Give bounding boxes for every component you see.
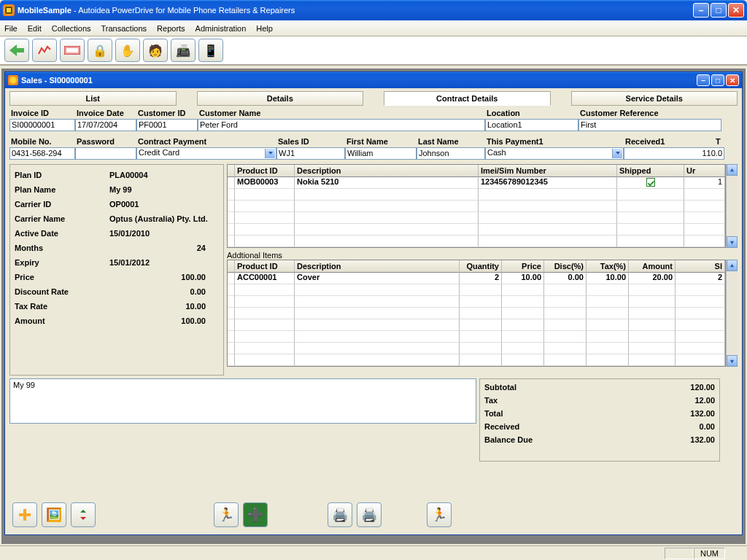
lbl-carrier-id: Carrier ID	[15, 200, 109, 209]
dd-this-payment[interactable]: Cash	[485, 147, 624, 160]
hdr-location: Location	[485, 107, 578, 119]
val-carrier-id: OP0001	[109, 200, 219, 209]
gh-imei: Imei/Sim Number	[479, 165, 617, 177]
tab-contract-details[interactable]: Contract Details	[384, 91, 551, 106]
image-button[interactable]: 🖼️	[42, 502, 66, 527]
print-button[interactable]: 🖨️	[328, 502, 352, 527]
back-button[interactable]	[4, 39, 29, 62]
hdr-password: Password	[75, 136, 136, 147]
support-button[interactable]: ✋	[115, 39, 140, 62]
device-button[interactable]: 📱	[198, 39, 223, 62]
additional-scrollbar[interactable]	[726, 260, 738, 367]
products-grid[interactable]: Product ID Description Imei/Sim Number S…	[227, 164, 726, 248]
dd-contract-payment[interactable]: Credit Card	[136, 147, 276, 160]
chart-button[interactable]	[32, 39, 57, 62]
lbl-total: Total	[484, 409, 649, 418]
fld-password[interactable]	[75, 147, 136, 160]
tab-service-details[interactable]: Service Details	[571, 91, 738, 106]
menu-edit[interactable]: Edit	[28, 24, 42, 33]
exit-button[interactable]: 🏃	[427, 502, 452, 527]
lbl-tax-rate: Tax Rate	[15, 302, 109, 311]
gh2-tax: Tax(%)	[587, 260, 629, 273]
val-received: 0.00	[649, 422, 715, 431]
maximize-button[interactable]: □	[711, 3, 727, 18]
sales-window-title: Sales - SI00000001	[21, 76, 93, 85]
run-button[interactable]: 🏃	[214, 502, 239, 527]
minimize-button[interactable]: –	[693, 3, 709, 18]
menu-reports[interactable]: Reports	[157, 24, 185, 33]
lbl-tax: Tax	[484, 396, 649, 405]
lbl-months: Months	[15, 244, 109, 252]
hdr-last-name: Last Name	[417, 136, 485, 147]
table-row[interactable]: MOB00003 Nokia 5210 123456789012345 1	[228, 177, 725, 189]
fld-mobile-no[interactable]: 0431-568-294	[9, 147, 75, 160]
hdr-invoice-date: Invoice Date	[75, 107, 136, 119]
scroll-down-icon[interactable]	[727, 236, 738, 248]
lbl-received: Received	[484, 422, 649, 431]
menu-collections[interactable]: Collections	[52, 24, 91, 33]
receipt-printer-button[interactable]: 🖨️	[357, 502, 382, 527]
scroll-up-icon[interactable]	[727, 164, 738, 176]
sync-button[interactable]	[71, 502, 96, 527]
sales-maximize-button[interactable]: □	[711, 74, 724, 86]
sales-titlebar: Sales - SI00000001 – □ ✕	[5, 72, 742, 88]
fld-customer-id[interactable]: PF0001	[136, 119, 198, 131]
val-total: 132.00	[649, 409, 715, 418]
hdr-customer-id: Customer ID	[136, 107, 198, 119]
lbl-plan-name: Plan Name	[15, 185, 109, 194]
val-active-date: 15/01/2010	[109, 229, 219, 238]
gh2-disc: Disc(%)	[544, 260, 587, 273]
fld-invoice-date[interactable]: 17/07/2004	[75, 119, 136, 131]
scroll-up-icon[interactable]	[727, 260, 738, 271]
hdr-this-payment: This Payment1	[485, 136, 624, 147]
save-button[interactable]: ➕	[243, 502, 268, 527]
menu-help[interactable]: Help	[256, 24, 273, 33]
val-tax: 12.00	[649, 396, 715, 405]
agent-button[interactable]: 🧑	[143, 39, 168, 62]
add-button[interactable]	[12, 502, 37, 527]
tab-list[interactable]: List	[9, 91, 177, 106]
val-balance-due: 132.00	[649, 435, 715, 444]
sales-window: Sales - SI00000001 – □ ✕ List Details Co…	[4, 71, 743, 535]
lbl-subtotal: Subtotal	[484, 383, 649, 392]
val-discount-rate: 0.00	[109, 287, 219, 296]
gh2-price: Price	[502, 260, 544, 273]
menu-transactions[interactable]: Transactions	[101, 24, 147, 33]
sales-minimize-button[interactable]: –	[697, 74, 710, 86]
lock-button[interactable]: 🔒	[88, 39, 112, 62]
gh-description: Description	[295, 165, 479, 177]
fld-customer-ref[interactable]: First	[578, 119, 721, 131]
calc-button[interactable]: 📠	[171, 39, 196, 62]
fld-location[interactable]: Location1	[485, 119, 578, 131]
gh2-product-id: Product ID	[235, 260, 295, 273]
val-carrier-name: Optus (Australia) Pty. Ltd.	[109, 214, 219, 223]
cash-button[interactable]	[60, 39, 85, 62]
additional-items-grid[interactable]: Product ID Description Quantity Price Di…	[227, 260, 726, 367]
shipped-checkbox[interactable]	[617, 177, 684, 189]
app-icon	[3, 4, 15, 16]
hdr-first-name: First Name	[345, 136, 417, 147]
hdr-customer-ref: Customer Reference	[578, 107, 721, 119]
val-amount: 100.00	[109, 316, 219, 325]
gh2-sl: Sl	[676, 260, 725, 273]
sales-close-button[interactable]: ✕	[726, 74, 739, 86]
sales-window-icon	[8, 75, 18, 85]
val-subtotal: 120.00	[649, 383, 715, 392]
menu-administration[interactable]: Administration	[196, 24, 247, 33]
table-row[interactable]: ACC00001 Cover 2 10.00 0.00 10.00 20.00 …	[228, 273, 725, 284]
plan-details: Plan IDPLA00004 Plan NameMy 99 Carrier I…	[9, 164, 224, 376]
scroll-down-icon[interactable]	[727, 355, 738, 367]
notes-field[interactable]: My 99	[9, 378, 476, 424]
close-button[interactable]: ✕	[728, 3, 744, 18]
fld-last-name[interactable]: Johnson	[417, 147, 485, 160]
fld-customer-name[interactable]: Peter Ford	[198, 119, 485, 131]
fld-first-name[interactable]: William	[345, 147, 417, 160]
fld-sales-id[interactable]: WJ1	[276, 147, 345, 160]
fld-invoice-id[interactable]: SI00000001	[9, 119, 75, 131]
tab-details[interactable]: Details	[197, 91, 364, 106]
menu-file[interactable]: File	[4, 24, 18, 33]
fld-received[interactable]: 110.0	[624, 147, 724, 160]
products-scrollbar[interactable]	[726, 164, 738, 248]
hdr-mobile-no: Mobile No.	[9, 136, 75, 147]
lbl-balance-due: Balance Due	[484, 435, 649, 444]
